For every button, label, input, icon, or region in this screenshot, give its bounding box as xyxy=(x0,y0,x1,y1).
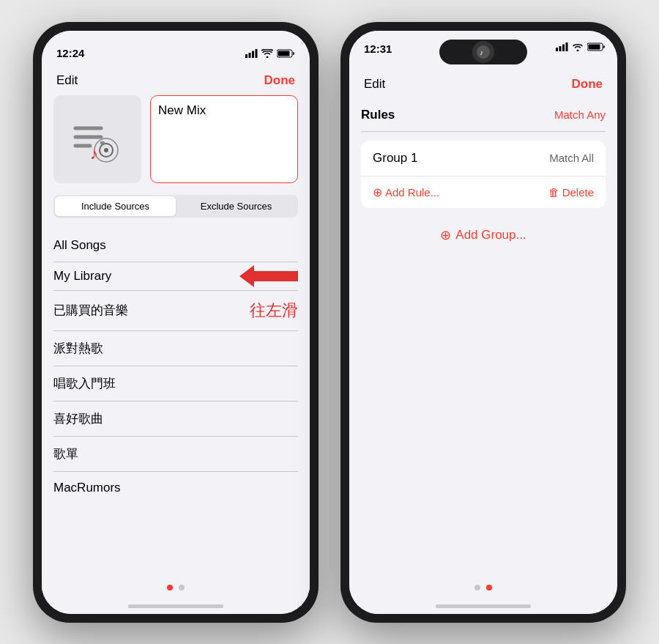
add-rule-button[interactable]: ⊕ Add Rule... xyxy=(373,185,439,199)
dot-inactive xyxy=(179,585,185,591)
wifi-icon xyxy=(261,49,273,58)
battery-icon xyxy=(277,49,295,58)
scroll-content-1: ♪ New Mix Include Sources Exclude Source… xyxy=(42,95,310,576)
rules-title: Rules xyxy=(361,108,395,122)
nav-bar-2: Edit Done xyxy=(349,71,617,99)
dot-active-2 xyxy=(486,585,492,591)
mix-artwork-icon: ♪ xyxy=(68,114,127,165)
list-item[interactable]: All Songs xyxy=(53,229,298,262)
mix-name-text: New Mix xyxy=(158,103,206,117)
dynamic-island-icon: ♪ xyxy=(472,41,494,63)
nav-done-2[interactable]: Done xyxy=(572,77,603,92)
list-item[interactable]: 派對熱歌 xyxy=(53,331,298,366)
svg-rect-12 xyxy=(100,141,105,144)
group-card: Group 1 Match All ⊕ Add Rule... 🗑 Delete xyxy=(361,141,606,208)
home-indicator-2 xyxy=(349,599,617,614)
exclude-sources-tab[interactable]: Exclude Sources xyxy=(176,196,297,216)
left-arrow-icon xyxy=(239,265,298,287)
status-time-1: 12:24 xyxy=(56,47,84,59)
app-content-1: Edit Done xyxy=(42,67,310,599)
add-group-icon: ⊕ xyxy=(440,227,451,243)
dot-inactive-2 xyxy=(474,585,480,591)
svg-rect-1 xyxy=(249,53,251,58)
page-dots-2 xyxy=(349,576,617,599)
app-content-2: Edit Done Rules Match Any Group 1 Match … xyxy=(349,71,617,599)
source-tabs: Include Sources Exclude Sources xyxy=(53,195,298,218)
svg-rect-5 xyxy=(278,51,290,56)
group-header: Group 1 Match All xyxy=(361,141,606,177)
list-item[interactable]: MacRumors xyxy=(53,472,298,504)
svg-marker-14 xyxy=(239,265,298,287)
svg-rect-17 xyxy=(556,48,558,51)
svg-rect-0 xyxy=(245,54,247,58)
signal-icon xyxy=(245,49,258,58)
match-any-button[interactable]: Match Any xyxy=(554,108,606,121)
mix-name-field[interactable]: New Mix xyxy=(150,95,298,183)
nav-bar-1: Edit Done xyxy=(42,67,310,95)
nav-done-1[interactable]: Done xyxy=(264,73,296,88)
nav-edit-1: Edit xyxy=(56,73,78,88)
home-bar-2 xyxy=(436,604,531,608)
status-bar-2: ♪ 12:31 xyxy=(349,31,617,71)
nav-edit-2: Edit xyxy=(364,77,385,92)
svg-text:♪: ♪ xyxy=(90,144,98,163)
status-icons-2 xyxy=(556,42,606,51)
svg-rect-18 xyxy=(559,46,562,51)
page-dots-1 xyxy=(42,576,310,599)
group-match[interactable]: Match All xyxy=(549,152,594,164)
include-sources-tab[interactable]: Include Sources xyxy=(55,196,176,216)
status-time-2: 12:31 xyxy=(364,42,392,55)
battery-icon-2 xyxy=(587,42,606,51)
list-item[interactable]: 唱歌入門班 xyxy=(53,366,298,401)
svg-rect-22 xyxy=(589,44,600,49)
group-actions: ⊕ Add Rule... 🗑 Delete xyxy=(361,177,606,208)
status-icons-1 xyxy=(245,49,295,58)
group-title: Group 1 xyxy=(373,151,417,166)
rules-header: Rules Match Any xyxy=(361,99,606,132)
signal-icon-2 xyxy=(556,42,568,51)
svg-rect-20 xyxy=(566,42,568,51)
svg-rect-3 xyxy=(256,49,258,58)
phone-2-screen: ♪ 12:31 xyxy=(349,31,617,614)
add-group-button[interactable]: ⊕ Add Group... xyxy=(361,217,606,253)
delete-button[interactable]: 🗑 Delete xyxy=(548,186,594,199)
list-item[interactable]: 已購買的音樂 往左滑 xyxy=(53,291,298,331)
svg-rect-2 xyxy=(252,51,254,58)
status-bar-1: 12:24 xyxy=(42,31,310,67)
phone-2: ♪ 12:31 xyxy=(340,22,626,623)
spacer xyxy=(349,253,617,576)
wifi-icon-2 xyxy=(572,42,584,51)
add-rule-icon: ⊕ xyxy=(373,185,382,199)
home-bar-1 xyxy=(128,604,223,608)
list-item[interactable]: 喜好歌曲 xyxy=(53,401,298,437)
svg-point-11 xyxy=(104,148,108,152)
rules-section: Rules Match Any Group 1 Match All ⊕ Add … xyxy=(349,99,617,253)
dot-active xyxy=(167,585,173,591)
music-icon-small: ♪ xyxy=(476,45,491,59)
annotation-text: 往左滑 xyxy=(250,300,298,322)
mix-artwork: ♪ xyxy=(53,95,141,183)
phone-1-screen: 12:24 xyxy=(42,31,310,614)
svg-point-15 xyxy=(477,45,490,59)
svg-rect-19 xyxy=(562,44,565,51)
trash-icon: 🗑 xyxy=(548,186,559,199)
mix-header: ♪ New Mix xyxy=(53,95,298,183)
list-item[interactable]: 歌單 xyxy=(53,437,298,472)
list-item-my-library[interactable]: My Library xyxy=(53,262,298,291)
phone-1: 12:24 xyxy=(33,22,319,623)
dynamic-island: ♪ xyxy=(439,40,527,64)
source-list: All Songs My Library 已購買的音樂 往左滑 xyxy=(53,229,298,504)
home-indicator-1 xyxy=(42,599,310,614)
svg-text:♪: ♪ xyxy=(480,48,483,56)
